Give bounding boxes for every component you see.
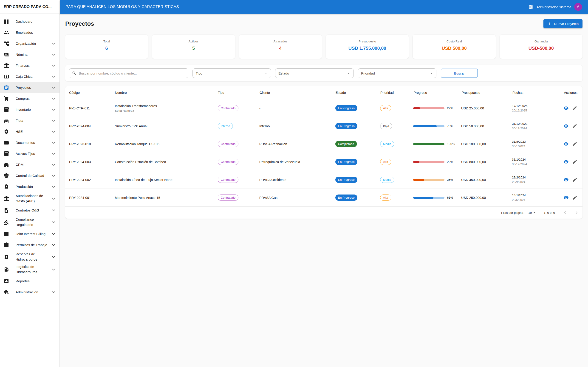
chevron-down-icon: [51, 162, 56, 167]
chevron-down-icon: [51, 140, 56, 145]
start-date: 29/2/2024: [512, 176, 560, 179]
sidebar-item-control-calidad[interactable]: Control de Calidad: [0, 170, 60, 181]
table-header-row: Código Nombre Tipo Cliente Estado Priori…: [65, 86, 582, 99]
chevron-down-icon: [51, 267, 56, 272]
progress-label: 75%: [447, 124, 453, 128]
view-button[interactable]: [563, 195, 569, 200]
health-safety-icon: [4, 129, 9, 134]
stat-value: 6: [69, 46, 145, 51]
search-input[interactable]: [79, 71, 185, 75]
sidebar-item-label: Documentos: [16, 140, 51, 145]
new-project-button[interactable]: Nuevo Proyecto: [544, 19, 582, 28]
sidebar-item-flota[interactable]: Flota: [0, 115, 60, 126]
sidebar-item-activos-fijos[interactable]: Activos Fijos: [0, 148, 60, 159]
stat-card-presupuesto: Presupuesto USD 1.755.000,00: [326, 35, 409, 59]
stat-label: Costo Real: [416, 40, 492, 43]
type-chip: Contratado: [218, 105, 238, 111]
sidebar-item-hse[interactable]: HSE: [0, 126, 60, 137]
dropdown-caret-icon: [429, 71, 434, 76]
sidebar-item-label: Reservas de Hidrocarburos: [16, 252, 51, 262]
sidebar-item-label: Contratos O&G: [16, 208, 51, 213]
column-header: Cliente: [256, 91, 332, 94]
app-title: PARA QUE ANALICEN LOS MODULOS Y CARACTER…: [66, 5, 179, 9]
globe-icon[interactable]: [528, 4, 534, 10]
column-header: Código: [65, 91, 111, 94]
sidebar-item-inventario[interactable]: Inventario: [0, 104, 60, 115]
sidebar-item-compras[interactable]: Compras: [0, 93, 60, 104]
progress-label: 65%: [447, 196, 453, 199]
sidebar-item-logistica[interactable]: Logística de Hidrocarburos: [0, 263, 60, 276]
view-button[interactable]: [563, 159, 569, 165]
view-button[interactable]: [563, 177, 569, 182]
view-button[interactable]: [563, 123, 569, 129]
sidebar-item-proyectos[interactable]: Proyectos: [0, 82, 60, 93]
inventory-icon: [4, 107, 9, 112]
sidebar-item-reportes[interactable]: Reportes: [0, 276, 60, 287]
next-page-button[interactable]: [574, 210, 579, 215]
chevron-down-icon: [51, 74, 56, 79]
admin-shield-icon: [4, 290, 9, 295]
stats-row: Total 6 Activos 5 Atrasados 4 Presupuest…: [65, 35, 582, 59]
end-date: 29/6/2024: [512, 198, 560, 202]
edit-button[interactable]: [572, 141, 578, 147]
sidebar-item-documentos[interactable]: Documentos: [0, 137, 60, 148]
search-button[interactable]: Buscar: [441, 69, 478, 78]
org-chart-icon: [4, 41, 9, 46]
progress-bar: [413, 125, 444, 127]
sidebar-item-label: Finanzas: [16, 63, 51, 68]
bank-icon: [4, 63, 9, 68]
payments-icon: [4, 52, 9, 57]
client: PDVSA Refinación: [255, 142, 331, 146]
edit-button[interactable]: [572, 106, 578, 111]
edit-button[interactable]: [572, 123, 578, 129]
edit-button[interactable]: [572, 177, 578, 182]
project-name: Mantenimiento Pozo Anaco-15: [115, 196, 214, 200]
sidebar-item-finanzas[interactable]: Finanzas: [0, 60, 60, 71]
stat-label: Ganancia: [503, 40, 579, 43]
filter-bar: Tipo Estado Prioridad Buscar: [65, 65, 582, 81]
edit-button[interactable]: [572, 159, 578, 165]
sidebar-item-administracion[interactable]: Administración: [0, 287, 60, 298]
edit-button[interactable]: [572, 195, 578, 200]
sidebar-item-jib[interactable]: Joint Interest Billing: [0, 228, 60, 240]
stat-card-costo-real: Costo Real USD 500,00: [413, 35, 495, 59]
sidebar-item-permisos[interactable]: Permisos de Trabajo: [0, 240, 60, 250]
chevron-down-icon: [51, 254, 56, 260]
view-button[interactable]: [563, 141, 569, 147]
type-chip: Contratado: [218, 141, 238, 147]
clipboard-icon: [4, 242, 9, 248]
sidebar-item-dashboard[interactable]: Dashboard: [0, 16, 60, 27]
chevron-down-icon: [51, 196, 56, 201]
sidebar-item-produccion[interactable]: Producción: [0, 181, 60, 192]
progress-label: 20%: [447, 160, 453, 164]
tipo-select[interactable]: Tipo: [192, 68, 271, 78]
client: PDVSA Gas: [255, 196, 331, 200]
project-code: PRY-2024-003: [65, 160, 111, 164]
previous-page-button[interactable]: [562, 210, 568, 215]
sidebar-item-nomina[interactable]: Nómina: [0, 49, 60, 60]
sidebar-item-empleados[interactable]: Empleados: [0, 27, 60, 38]
status-chip: En Progreso: [335, 123, 357, 129]
sidebar-item-label: Activos Fijos: [16, 151, 51, 156]
column-header: Nombre: [111, 91, 214, 94]
end-date: 30/1/2024: [512, 144, 560, 148]
user-name[interactable]: Administrador Sistema: [536, 5, 571, 9]
sidebar-item-crm[interactable]: CRM: [0, 159, 60, 170]
sidebar-item-contratos-og[interactable]: Contratos O&G: [0, 205, 60, 216]
avatar[interactable]: A: [574, 3, 582, 11]
prioridad-select[interactable]: Prioridad: [358, 68, 436, 78]
sidebar-item-reservas[interactable]: Reservas de Hidrocarburos: [0, 250, 60, 263]
rows-per-page-select[interactable]: 10: [528, 210, 537, 215]
sidebar-item-afe[interactable]: Autorizaciones de Gasto (AFE): [0, 192, 60, 205]
stat-value: USD 1.755.000,00: [329, 46, 405, 51]
priority-chip: Media: [380, 177, 394, 183]
estado-select[interactable]: Estado: [275, 68, 354, 78]
sidebar-item-label: Proyectos: [16, 85, 51, 90]
sidebar-item-compliance[interactable]: Compliance Regulatorio: [0, 216, 60, 228]
view-button[interactable]: [563, 106, 569, 111]
search-icon: [72, 71, 77, 76]
sidebar-item-caja-chica[interactable]: Caja Chica: [0, 71, 60, 82]
sidebar-item-organizacion[interactable]: Organización: [0, 38, 60, 49]
sidebar-item-label: Autorizaciones de Gasto (AFE): [16, 193, 51, 204]
sidebar-item-label: Administración: [16, 290, 51, 295]
